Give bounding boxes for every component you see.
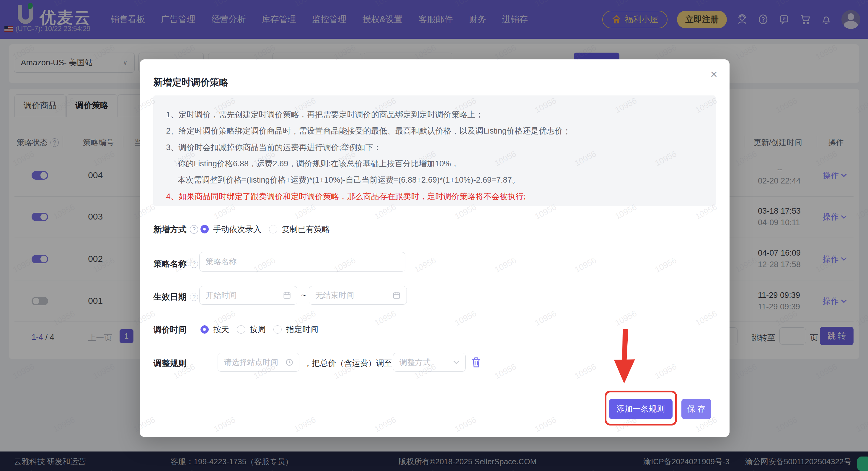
note-line: 1、定时调价，需先创建定时调价策略，再把需要定时调价的商品绑定到定时调价策略上； <box>166 107 716 123</box>
radio-off-icon <box>269 225 277 233</box>
note-line-warning: 4、如果商品同时绑定了跟卖调价和定时调价策略，那么商品存在跟卖时，定时调价策略将… <box>166 188 716 204</box>
clock-icon <box>285 358 293 366</box>
save-button[interactable]: 保 存 <box>681 399 711 419</box>
date-range-tilde: ~ <box>301 291 306 300</box>
radio-off-icon <box>237 325 245 333</box>
delete-rule-icon[interactable] <box>471 357 481 368</box>
note-line: 2、给定时调价策略绑定调价商品时，需设置商品能接受的最低、最高和默认价格，以及调… <box>166 123 716 139</box>
radio-manual-entry[interactable]: 手动依次录入 <box>200 224 261 235</box>
add-mode-radio-group: 手动依次录入 复制已有策略 <box>200 224 330 235</box>
repricing-time-radio-group: 按天 按周 指定时间 <box>200 324 318 335</box>
adjust-rule-label: 调整规则 <box>153 358 186 369</box>
app-root: 优麦云 (UTC-7): 10/22 23:54:29 销售看板 广告管理 经营… <box>0 0 868 471</box>
effective-date-help-icon[interactable]: ? <box>190 293 198 301</box>
site-time-select[interactable]: 请选择站点时间 <box>218 353 300 372</box>
radio-on-icon <box>200 325 209 333</box>
adjust-method-select[interactable]: 调整方式 <box>393 353 466 372</box>
chevron-down-icon <box>453 360 459 364</box>
radio-by-week[interactable]: 按周 <box>237 324 266 335</box>
add-mode-help-icon[interactable]: ? <box>190 225 198 233</box>
modal-title: 新增定时调价策略 <box>153 76 228 89</box>
end-date-placeholder: 无结束时间 <box>315 290 354 300</box>
start-date-input[interactable]: 开始时间 <box>199 286 297 305</box>
repricing-time-label: 调价时间 <box>153 324 186 335</box>
radio-on-icon <box>200 225 209 233</box>
rule-middle-text: ，把总价（含运费）调至 <box>304 358 392 369</box>
radio-by-day[interactable]: 按天 <box>200 324 229 335</box>
strategy-name-input[interactable]: 策略名称 <box>199 252 405 271</box>
radio-copy-existing[interactable]: 复制已有策略 <box>269 224 330 235</box>
add-mode-label: 新增方式? <box>153 224 198 235</box>
site-time-placeholder: 请选择站点时间 <box>224 357 278 367</box>
strategy-name-label: 策略名称? <box>153 258 198 269</box>
radio-specified-time[interactable]: 指定时间 <box>273 324 318 335</box>
end-date-input[interactable]: 无结束时间 <box>309 286 407 305</box>
calendar-icon <box>393 291 400 299</box>
calendar-icon <box>283 291 291 299</box>
add-strategy-modal: 新增定时调价策略 × 1、定时调价，需先创建定时调价策略，再把需要定时调价的商品… <box>140 59 730 437</box>
note-line: 本次需调整到价格=(listing价格+运费)*(1+10%)-自己当前运费=(… <box>166 172 716 188</box>
effective-date-label: 生效日期? <box>153 291 198 302</box>
add-rule-button[interactable]: 添加一条规则 <box>609 399 673 419</box>
radio-off-icon <box>273 325 282 333</box>
note-line: 你的Listing价格6.88，运费2.69，调价规则:在该总价基础上按百分比增… <box>166 155 716 172</box>
strategy-name-help-icon[interactable]: ? <box>190 260 198 268</box>
start-date-placeholder: 开始时间 <box>206 290 237 300</box>
note-line: 3、调价时会扣减掉你商品当前的运费再进行调价;举例如下： <box>166 139 716 155</box>
adjust-method-placeholder: 调整方式 <box>399 357 430 367</box>
instructions-box: 1、定时调价，需先创建定时调价策略，再把需要定时调价的商品绑定到定时调价策略上；… <box>153 95 716 206</box>
close-icon[interactable]: × <box>710 68 717 80</box>
strategy-name-placeholder: 策略名称 <box>206 257 237 267</box>
